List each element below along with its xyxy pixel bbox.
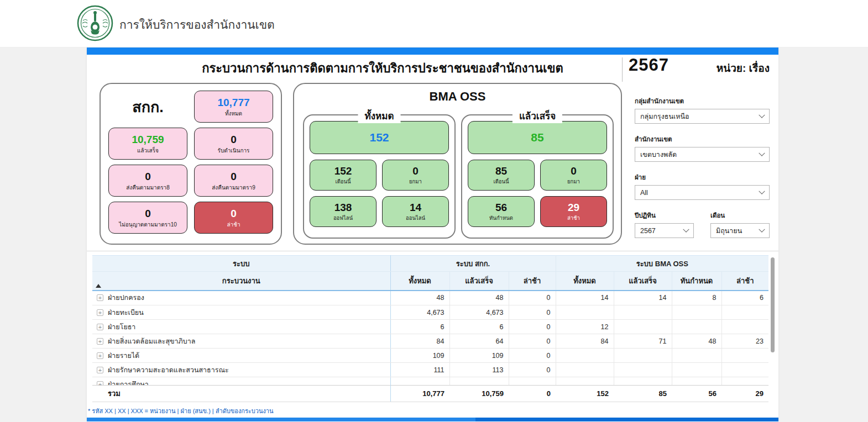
total-cell: 10,777	[390, 385, 449, 402]
stat-value: 14	[410, 202, 421, 214]
cell	[556, 377, 614, 385]
report-title: กระบวนการด้านการติดตามการให้บริการประชาช…	[120, 59, 645, 78]
table-row[interactable]: ฝ่ายสิ่งแวดล้อมและสุขาภิบาล 84 64 0 84 7…	[92, 334, 768, 349]
cell: 8	[672, 291, 721, 305]
expand-plus-icon[interactable]	[97, 381, 103, 385]
cell: 6	[721, 291, 768, 305]
row-label: ฝ่ายโยธา	[108, 321, 135, 333]
division-dropdown[interactable]: All	[635, 185, 770, 200]
bma-seal-logo	[77, 5, 113, 41]
cell: 48	[390, 291, 449, 305]
app-header: การให้บริการของสำนักงานเขต	[0, 0, 868, 48]
table-row[interactable]: ฝ่ายทะเบียน 4,673 4,673 0	[92, 305, 768, 320]
month-label: เดือน	[710, 210, 770, 220]
row-label: ฝ่ายปกครอง	[108, 292, 144, 303]
stat-value: 10,759	[132, 134, 164, 146]
table-row[interactable]: ฝ่ายรักษาความสะอาดและสวนสาธารณะ 111 113 …	[92, 363, 768, 377]
cell	[672, 377, 721, 385]
district-dropdown[interactable]: เขตบางพลัด	[635, 147, 770, 162]
expand-plus-icon[interactable]	[97, 309, 103, 316]
bma-completed-on-time: 56 ทันกำหนด	[468, 196, 535, 227]
total-cell: 10,759	[449, 385, 509, 402]
cell	[721, 320, 768, 334]
sort-ascending-icon[interactable]	[96, 284, 101, 288]
title-divider	[622, 57, 623, 82]
stat-label: ออฟไลน์	[333, 215, 353, 221]
cell: 71	[614, 334, 672, 349]
cell	[556, 349, 614, 363]
table-row[interactable]: ฝ่ายโยธา 6 6 0 12	[92, 320, 768, 334]
stat-label: ไม่อนุญาตตามมาตรา10	[119, 221, 177, 228]
column-header[interactable]: แล้วเสร็จ	[449, 272, 509, 291]
app-title: การให้บริการของสำนักงานเขต	[119, 15, 275, 34]
top-accent-bar	[87, 47, 778, 55]
division-label: ฝ่าย	[635, 172, 770, 182]
report-year: 2567	[629, 55, 669, 75]
stat-value: 85	[531, 131, 543, 144]
row-label: ฝ่ายการศึกษา	[108, 379, 149, 385]
stat-label: เดือนนี้	[335, 179, 351, 185]
column-header[interactable]: ทั้งหมด	[390, 272, 449, 291]
table-scrollbar-thumb[interactable]	[771, 257, 775, 352]
stat-value: 0	[231, 171, 237, 183]
cell: 14	[614, 291, 672, 305]
stat-label: ยกมา	[567, 179, 580, 185]
column-header[interactable]: ล่าช้า	[721, 272, 768, 291]
expand-plus-icon[interactable]	[97, 338, 103, 345]
table-divider	[87, 251, 778, 251]
bma-completed-subpanel: แล้วเสร็จ 85 85 เดือนนี้ 0 ยกมา 56 ทันกำ…	[461, 114, 614, 239]
cell	[449, 377, 509, 385]
stat-label: ล่าช้า	[227, 221, 240, 228]
cell	[672, 349, 721, 363]
column-header[interactable]: ล่าช้า	[509, 272, 556, 291]
stat-value: 0	[231, 134, 237, 146]
expand-plus-icon[interactable]	[97, 324, 103, 330]
stat-value: 29	[568, 202, 579, 214]
report-canvas: กระบวนการด้านการติดตามการให้บริการประชาช…	[87, 48, 778, 422]
row-label: ฝ่ายทะเบียน	[108, 307, 144, 318]
cell	[556, 305, 614, 320]
cell	[672, 305, 721, 320]
column-header[interactable]: ทันกำหนด	[672, 272, 721, 291]
skk-panel: สกก. 10,777 ทั้งหมด 10,759 แล้วเสร็จ 0 ร…	[100, 83, 282, 245]
expand-plus-icon[interactable]	[97, 352, 103, 359]
process-header-label: กระบวนงาน	[222, 277, 260, 285]
total-cell: 0	[509, 385, 556, 402]
stat-label: ทั้งหมด	[225, 110, 242, 117]
month-value: มิถุนายน	[716, 225, 742, 236]
cell: 109	[390, 349, 449, 363]
total-cell: 56	[672, 385, 721, 402]
column-header[interactable]: ทั้งหมด	[556, 272, 614, 291]
cell	[556, 363, 614, 377]
footnote: * รหัส XX | XX | XXX = หน่วยงาน | ฝ่าย (…	[88, 406, 274, 416]
cell: 6	[390, 320, 449, 334]
table-row[interactable]: ฝ่ายรายได้ 109 109 0	[92, 349, 768, 363]
expand-plus-icon[interactable]	[97, 367, 103, 373]
cell: 84	[556, 334, 614, 349]
district-group-dropdown[interactable]: กลุ่มกรุงธนเหนือ	[635, 109, 770, 124]
stat-value: 0	[231, 208, 237, 220]
year-value: 2567	[640, 227, 656, 235]
bma-total-subpanel-title: ทั้งหมด	[358, 108, 401, 123]
column-header[interactable]: แล้วเสร็จ	[614, 272, 672, 291]
cell: 0	[509, 349, 556, 363]
month-dropdown[interactable]: มิถุนายน	[710, 223, 770, 238]
bottom-accent-bar-left	[87, 418, 475, 421]
stat-label: แล้วเสร็จ	[137, 147, 159, 154]
cell: 84	[390, 334, 449, 349]
cell: 0	[509, 320, 556, 334]
table-row[interactable]: ฝ่ายการศึกษา	[92, 377, 768, 385]
cell	[614, 363, 672, 377]
stat-value: 0	[145, 208, 151, 220]
stat-value: 85	[495, 165, 507, 177]
skk-card-completed: 10,759 แล้วเสร็จ	[108, 128, 187, 160]
stat-value: 56	[495, 202, 507, 214]
cell	[509, 377, 556, 385]
cell: 0	[509, 291, 556, 305]
cell	[614, 305, 672, 320]
year-dropdown[interactable]: 2567	[635, 223, 694, 238]
table-row[interactable]: ฝ่ายปกครอง 48 48 0 14 14 8 6	[92, 291, 768, 305]
cell: 6	[449, 320, 509, 334]
expand-plus-icon[interactable]	[97, 294, 103, 301]
column-header-process[interactable]: กระบวนงาน	[92, 272, 390, 291]
